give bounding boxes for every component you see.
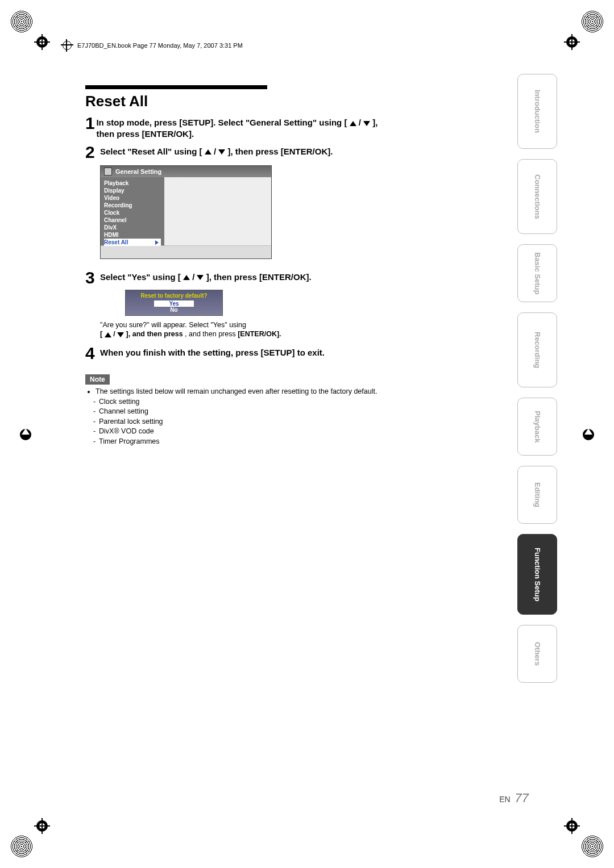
osd-content-area [164, 177, 271, 245]
svg-rect-3 [34, 41, 50, 43]
corner-sunburst [10, 10, 33, 33]
note-item: Parental lock setting [93, 417, 381, 427]
explain-part: [ENTER/OK]. [238, 330, 281, 338]
step-text: Select "Yes" using [ [100, 272, 181, 282]
page-title: Reset All [85, 93, 381, 110]
down-arrow-icon [363, 121, 370, 126]
osd-title-bar: General Setting [101, 166, 271, 177]
note-item: Clock setting [93, 397, 381, 407]
up-arrow-icon [205, 149, 211, 155]
down-arrow-icon [218, 149, 225, 155]
tab-label: Introduction [533, 90, 542, 133]
corner-sunburst [581, 10, 604, 33]
dialog-title: Reset to factory default? [126, 293, 222, 299]
up-arrow-icon [350, 121, 356, 126]
osd-item: Display [104, 187, 161, 194]
step-text: In stop mode, press [SETUP]. Select "Gen… [96, 118, 347, 127]
osd-item: DivX [104, 224, 161, 231]
tab-label: Basic Setup [533, 252, 542, 294]
step-text: / [192, 272, 197, 282]
target-icon [63, 41, 72, 50]
osd-footer [101, 245, 271, 258]
note-item: Channel setting [93, 407, 381, 417]
tab-label: Connections [533, 174, 542, 219]
svg-rect-7 [564, 41, 580, 43]
osd-item: Playback [104, 180, 161, 187]
corner-sunburst [581, 835, 604, 858]
step-number: 2 [85, 144, 100, 161]
svg-rect-15 [564, 825, 580, 827]
explain-part: [ [100, 330, 102, 338]
step-3: 3 Select "Yes" using [ / ], then press [… [85, 269, 381, 286]
title-rule [85, 85, 267, 89]
osd-item: Recording [104, 202, 161, 209]
osd-item-selected: Reset All [104, 239, 161, 246]
wrench-icon [104, 168, 112, 176]
explain-part: , and then press [185, 330, 238, 338]
note-item: Timer Programmes [93, 437, 381, 447]
side-crop-arrow-icon [580, 426, 597, 443]
osd-title-text: General Setting [115, 168, 161, 175]
step-4: 4 When you finish with the setting, pres… [85, 345, 381, 362]
tab-connections[interactable]: Connections [517, 159, 557, 234]
crop-mark-icon [564, 34, 580, 50]
osd-selected-label: Reset All [104, 239, 128, 245]
osd-menu: Playback Display Video Recording Clock C… [101, 177, 164, 245]
tab-label: Function Setup [533, 548, 542, 602]
step-number: 1 [85, 115, 96, 140]
note-intro: The settings listed below will remain un… [96, 387, 381, 397]
down-arrow-icon [117, 332, 124, 337]
step-text: ], then press [ENTER/OK]. [227, 147, 333, 156]
down-arrow-icon [197, 275, 204, 280]
tab-label: Others [533, 642, 542, 666]
page-number: EN 77 [499, 791, 529, 806]
tab-recording[interactable]: Recording [517, 312, 557, 387]
osd-item: Clock [104, 209, 161, 216]
side-crop-arrow-icon [17, 426, 34, 443]
explain-part: / [113, 330, 117, 338]
osd-screenshot: General Setting Playback Display Video R… [100, 165, 272, 259]
tab-playback[interactable]: Playback [517, 398, 557, 456]
print-header: E7J70BD_EN.book Page 77 Monday, May 7, 2… [63, 41, 421, 50]
tab-label: Recording [533, 332, 542, 368]
note-heading: Note [85, 374, 110, 385]
tab-editing[interactable]: Editing [517, 466, 557, 524]
note-list: The settings listed below will remain un… [85, 387, 381, 446]
tab-others[interactable]: Others [517, 625, 557, 683]
side-tabs: Introduction Connections Basic Setup Rec… [517, 74, 557, 683]
step-text: / [359, 118, 363, 127]
tab-label: Editing [533, 482, 542, 507]
crop-mark-icon [34, 34, 50, 50]
note-item: DivX® VOD code [93, 427, 381, 437]
page-num-value: 77 [515, 791, 529, 805]
step-number: 3 [85, 269, 100, 286]
confirm-dialog: Reset to factory default? Yes No [125, 290, 223, 316]
up-arrow-icon [183, 275, 190, 280]
explain-part: "Are you sure?" will appear. Select "Yes… [100, 321, 246, 329]
osd-item: HDMI [104, 231, 161, 239]
tab-function-setup[interactable]: Function Setup [517, 534, 557, 615]
step-text: Select "Reset All" using [ [100, 147, 202, 156]
step-number: 4 [85, 345, 100, 362]
svg-rect-11 [34, 825, 50, 827]
step-text: ], then press [ENTER/OK]. [206, 272, 312, 282]
explain-text: "Are you sure?" will appear. Select "Yes… [100, 320, 381, 340]
header-text: E7J70BD_EN.book Page 77 Monday, May 7, 2… [77, 42, 243, 49]
crop-mark-icon [34, 818, 50, 834]
osd-item: Channel [104, 216, 161, 224]
tab-introduction[interactable]: Introduction [517, 74, 557, 149]
tab-basic-setup[interactable]: Basic Setup [517, 244, 557, 302]
step-text: / [214, 147, 218, 156]
step-1: 1 In stop mode, press [SETUP]. Select "G… [85, 115, 381, 140]
osd-item: Video [104, 194, 161, 202]
crop-mark-icon [564, 818, 580, 834]
page-lang: EN [499, 795, 510, 804]
step-text: When you finish with the setting, press … [100, 345, 325, 362]
explain-part: ], and then press [126, 330, 185, 338]
up-arrow-icon [105, 332, 111, 337]
corner-sunburst [10, 835, 33, 858]
step-2: 2 Select "Reset All" using [ / ], then p… [85, 144, 381, 161]
tab-label: Playback [533, 411, 542, 443]
dialog-option-no: No [126, 307, 222, 313]
dialog-option-yes: Yes [154, 301, 194, 307]
